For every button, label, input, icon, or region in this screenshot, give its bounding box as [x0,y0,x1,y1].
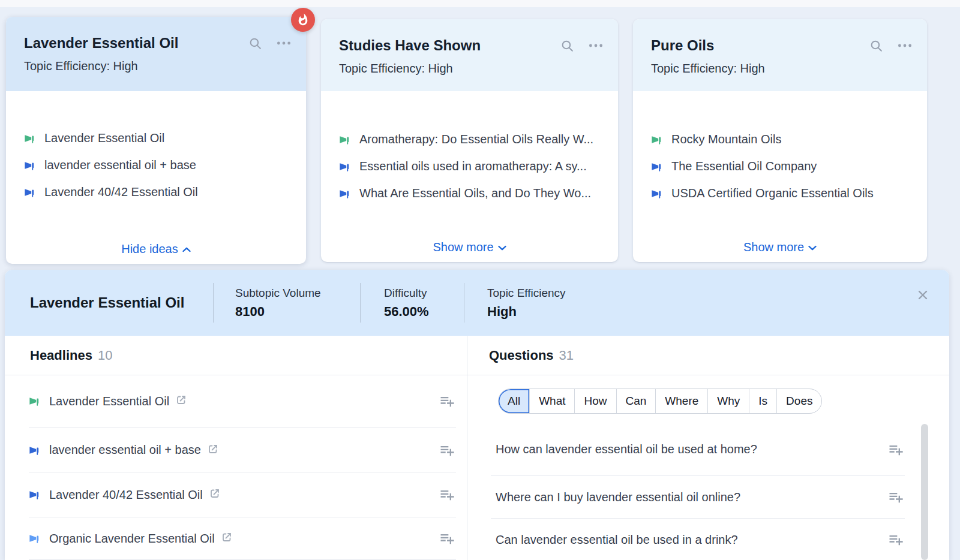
topic-card-pure-oils[interactable]: Pure Oils Topic Efficiency: High Rocky M… [633,19,927,262]
headline-row[interactable]: Lavender 40/42 Essential Oil [29,472,456,517]
list-item[interactable]: lavender essential oil + base [24,152,288,179]
list-item[interactable]: The Essential Oil Company [651,153,909,180]
external-link-icon[interactable] [221,531,233,546]
questions-scrollbar[interactable] [921,424,928,560]
card-title: Lavender Essential Oil [24,35,234,52]
tab-can[interactable]: Can [616,389,656,413]
add-to-list-icon[interactable] [887,531,905,549]
question-row[interactable]: How can lavender essential oil be used a… [491,423,905,476]
idea-text: Rocky Mountain Oils [671,133,781,146]
idea-text: Aromatherapy: Do Essential Oils Really W… [359,133,593,146]
list-item[interactable]: Essential oils used in aromatherapy: A s… [339,153,600,180]
topic-research-page: Lavender Essential Oil Topic Efficiency:… [0,0,960,560]
chevron-down-icon [808,245,817,251]
megaphone-icon [339,160,352,173]
question-text: How can lavender essential oil be used a… [496,442,757,456]
search-icon[interactable] [247,35,263,51]
add-to-list-icon[interactable] [438,441,456,459]
card-idea-list: Lavender Essential Oil lavender essentia… [6,91,306,206]
divider [467,336,467,560]
headline-row[interactable]: Lavender Essential Oil [29,375,456,428]
topic-card-lavender-essential-oil[interactable]: Lavender Essential Oil Topic Efficiency:… [6,17,306,264]
megaphone-icon [24,132,37,145]
fire-icon [296,13,310,26]
chevron-up-icon [182,247,191,252]
search-icon[interactable] [559,38,575,53]
list-item[interactable]: Rocky Mountain Oils [651,126,909,153]
divider [360,283,361,323]
megaphone-icon [29,395,42,408]
questions-list: How can lavender essential oil be used a… [491,423,905,560]
list-item[interactable]: USDA Certified Organic Essential Oils [651,180,909,207]
headline-text: Lavender Essential Oil [49,395,169,408]
card-header: Pure Oils Topic Efficiency: High [633,19,927,91]
add-to-list-icon[interactable] [438,529,456,547]
megaphone-icon [651,160,664,173]
search-icon[interactable] [868,38,884,53]
add-to-list-icon[interactable] [438,392,456,410]
card-title: Studies Have Shown [339,37,546,54]
hot-topic-badge [291,8,315,32]
idea-text: USDA Certified Organic Essential Oils [671,186,874,200]
add-to-list-icon[interactable] [887,441,905,459]
topic-efficiency-label: Topic Efficiency: High [24,59,292,73]
more-options-icon[interactable] [897,38,913,53]
tab-what[interactable]: What [529,389,574,413]
list-item[interactable]: Lavender Essential Oil [24,125,288,152]
detail-panel-header: Lavender Essential Oil Subtopic Volume 8… [5,270,949,336]
megaphone-icon [24,159,37,172]
tab-why[interactable]: Why [707,389,749,413]
headline-row[interactable]: lavender essential oil + base [29,428,456,472]
idea-text: What Are Essential Oils, and Do They Wo.… [359,186,591,200]
section-header-row: Headlines10 Questions31 [5,336,949,375]
more-options-icon[interactable] [276,35,292,51]
headline-text: lavender essential oil + base [49,443,201,457]
card-idea-list: Aromatherapy: Do Essential Oils Really W… [321,91,618,207]
card-idea-list: Rocky Mountain Oils The Essential Oil Co… [633,91,927,207]
add-to-list-icon[interactable] [887,488,905,506]
list-item[interactable]: What Are Essential Oils, and Do They Wo.… [339,180,600,207]
tab-how[interactable]: How [574,389,616,413]
metric-subtopic-volume: Subtopic Volume 8100 [235,287,321,320]
close-icon[interactable] [916,288,930,302]
topic-card-studies-have-shown[interactable]: Studies Have Shown Topic Efficiency: Hig… [321,19,618,262]
card-header: Lavender Essential Oil Topic Efficiency:… [6,17,306,91]
megaphone-icon [24,186,37,199]
questions-section-header: Questions31 [489,336,574,375]
idea-text: lavender essential oil + base [44,158,196,172]
external-link-icon[interactable] [175,394,187,408]
questions-count: 31 [559,348,574,363]
more-options-icon[interactable] [588,38,604,53]
headlines-list: Lavender Essential Oil lavender essentia… [29,375,456,560]
topic-efficiency-label: Topic Efficiency: High [339,62,604,76]
tab-is[interactable]: Is [749,389,776,413]
tab-where[interactable]: Where [655,389,707,413]
tab-all[interactable]: All [499,389,529,413]
metric-difficulty: Difficulty 56.00% [384,287,429,320]
divider [213,283,214,323]
question-row[interactable]: Where can I buy lavender essential oil o… [491,476,905,519]
megaphone-icon [29,488,42,501]
tab-does[interactable]: Does [776,389,821,413]
headlines-section-header: Headlines10 [30,336,112,375]
headline-text: Lavender 40/42 Essential Oil [49,488,203,502]
idea-text: Lavender 40/42 Essential Oil [44,185,198,199]
show-more-link[interactable]: Show more [633,240,927,254]
hide-ideas-link[interactable]: Hide ideas [6,242,306,256]
external-link-icon[interactable] [209,487,221,502]
list-item[interactable]: Aromatherapy: Do Essential Oils Really W… [339,126,600,153]
question-text: Can lavender essential oil be used in a … [496,533,738,547]
add-to-list-icon[interactable] [438,486,456,504]
list-item[interactable]: Lavender 40/42 Essential Oil [24,179,288,206]
question-filter-tabs: All What How Can Where Why Is Does [498,389,822,414]
metric-topic-efficiency: Topic Efficiency High [487,287,566,320]
megaphone-icon [339,187,352,200]
external-link-icon[interactable] [207,443,219,457]
show-more-link[interactable]: Show more [321,240,618,254]
headline-row[interactable]: Organic Lavender Essential Oil [29,517,456,560]
question-row[interactable]: Can lavender essential oil be used in a … [491,519,905,560]
idea-text: Essential oils used in aromatherapy: A s… [359,159,587,173]
megaphone-icon [651,133,664,146]
divider [464,283,464,323]
headline-text: Organic Lavender Essential Oil [49,532,215,546]
